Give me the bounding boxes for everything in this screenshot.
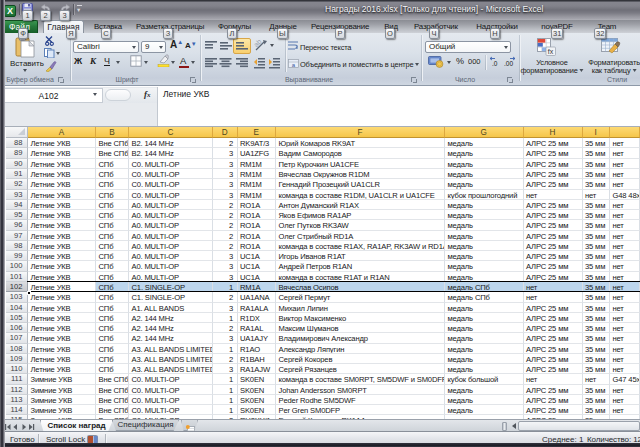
- svg-text:fx: fx: [548, 48, 554, 55]
- svg-text:.00: .00: [504, 60, 513, 67]
- svg-text:.0: .0: [492, 60, 498, 67]
- svg-text:ab: ab: [254, 39, 263, 48]
